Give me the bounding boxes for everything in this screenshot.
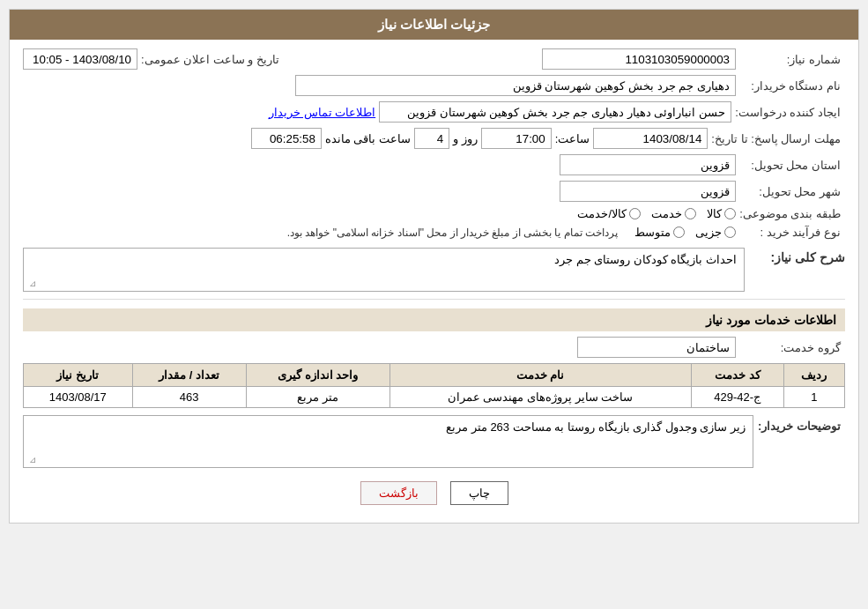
buyer-org-row: نام دستگاه خریدار: <box>23 75 845 96</box>
col-row: ردیف <box>783 364 844 387</box>
page-wrapper: جزئیات اطلاعات نیاز شماره نیاز: تاریخ و … <box>9 9 859 524</box>
pt-jozi-label: جزیی <box>695 226 722 239</box>
deadline-label: مهلت ارسال پاسخ: تا تاریخ: <box>711 132 845 145</box>
pt-jozi: جزیی <box>695 226 736 239</box>
deadline-time-input[interactable] <box>481 128 552 149</box>
buyer-notes-label: توضیحات خریدار: <box>757 420 845 433</box>
creator-row: ایجاد کننده درخواست: اطلاعات تماس خریدار <box>23 101 845 123</box>
remaining-label: ساعت باقی مانده <box>325 132 411 145</box>
buyer-org-label: نام دستگاه خریدار: <box>739 79 845 93</box>
table-row: 1 ج-42-429 ساخت سایر پروژه‌های مهندسی عم… <box>24 387 845 408</box>
creator-label: ایجاد کننده درخواست: <box>735 106 845 119</box>
content-area: شماره نیاز: تاریخ و ساعت اعلان عمومی: نا… <box>10 40 858 523</box>
notes-resize-handle[interactable]: ⊿ <box>26 455 36 465</box>
col-unit: واحد اندازه گیری <box>246 364 389 387</box>
city-label: شهر محل تحویل: <box>739 185 845 198</box>
need-number-input[interactable] <box>542 48 736 70</box>
pt-motavasset-label: متوسط <box>634 226 671 239</box>
col-qty: تعداد / مقدار <box>132 364 246 387</box>
need-number-label: شماره نیاز: <box>739 53 845 66</box>
cell-code: ج-42-429 <box>691 387 783 408</box>
province-label: استان محل تحویل: <box>739 159 845 172</box>
col-code: کد خدمت <box>691 364 783 387</box>
category-label: طبقه بندی موضوعی: <box>739 207 845 220</box>
announcement-label: تاریخ و ساعت اعلان عمومی: <box>141 53 284 66</box>
remaining-time-input[interactable] <box>251 128 322 149</box>
purchase-note: پرداخت تمام یا بخشی از مبلغ خریدار از مح… <box>287 227 618 239</box>
general-desc-label: شرح کلی نیاز: <box>748 250 845 264</box>
service-group-label: گروه خدمت: <box>739 341 845 354</box>
contact-link[interactable]: اطلاعات تماس خریدار <box>269 106 375 119</box>
purchase-type-label: نوع فرآیند خرید : <box>739 226 845 239</box>
col-name: نام خدمت <box>389 364 691 387</box>
days-input[interactable] <box>414 128 449 149</box>
footer-buttons: چاپ بازگشت <box>23 481 845 505</box>
services-table: ردیف کد خدمت نام خدمت واحد اندازه گیری ت… <box>23 363 845 408</box>
city-input[interactable] <box>560 181 736 202</box>
category-kala-label: کالا <box>707 207 722 220</box>
days-label: روز و <box>453 132 478 145</box>
general-desc-value: احداث بازیگاه کودکان روستای جم جرد <box>554 253 737 266</box>
cell-qty: 463 <box>132 387 246 408</box>
need-number-row: شماره نیاز: تاریخ و ساعت اعلان عمومی: <box>23 48 845 70</box>
buyer-notes-row: توضیحات خریدار: زیر سازی وجدول گذاری باز… <box>23 415 845 468</box>
cell-row: 1 <box>783 387 844 408</box>
resize-handle[interactable]: ⊿ <box>26 279 36 289</box>
buyer-org-input[interactable] <box>295 75 736 96</box>
cell-unit: متر مربع <box>246 387 389 408</box>
province-row: استان محل تحویل: <box>23 154 845 175</box>
table-body: 1 ج-42-429 ساخت سایر پروژه‌های مهندسی عم… <box>24 387 845 408</box>
category-kala-khedmat-label: کالا/خدمت <box>577 207 627 220</box>
general-desc-row: شرح کلی نیاز: احداث بازیگاه کودکان روستا… <box>23 248 845 292</box>
general-desc-area: احداث بازیگاه کودکان روستای جم جرد ⊿ <box>23 248 745 292</box>
service-group-input[interactable] <box>577 337 736 358</box>
time-label: ساعت: <box>555 132 590 145</box>
announcement-input[interactable] <box>23 48 137 70</box>
cell-date: 1403/08/17 <box>24 387 133 408</box>
pt-motavasset-radio[interactable] <box>673 227 685 238</box>
buyer-notes-value: زیر سازی وجدول گذاری بازیگاه روستا به مس… <box>446 420 746 434</box>
city-row: شهر محل تحویل: <box>23 181 845 202</box>
pt-motavasset: متوسط <box>634 226 685 239</box>
category-kala: کالا <box>707 207 736 220</box>
creator-input[interactable] <box>379 101 731 123</box>
purchase-type-row: نوع فرآیند خرید : جزیی متوسط پرداخت تمام… <box>23 226 845 239</box>
deadline-row: مهلت ارسال پاسخ: تا تاریخ: ساعت: روز و س… <box>23 128 845 149</box>
cell-name: ساخت سایر پروژه‌های مهندسی عمران <box>389 387 691 408</box>
category-khedmat-label: خدمت <box>651 207 682 220</box>
col-date: تاریخ نیاز <box>24 364 133 387</box>
purchase-type-group: جزیی متوسط <box>634 226 736 239</box>
print-button[interactable]: چاپ <box>450 481 508 505</box>
buyer-notes-box: زیر سازی وجدول گذاری بازیگاه روستا به مس… <box>23 415 753 468</box>
services-section-title: اطلاعات خدمات مورد نیاز <box>23 308 845 331</box>
back-button[interactable]: بازگشت <box>360 481 437 505</box>
table-header: ردیف کد خدمت نام خدمت واحد اندازه گیری ت… <box>24 364 845 387</box>
category-khedmat-radio[interactable] <box>685 208 696 219</box>
category-kala-radio[interactable] <box>724 208 736 219</box>
page-title: جزئیات اطلاعات نیاز <box>10 10 858 40</box>
province-input[interactable] <box>560 154 736 175</box>
category-kala-khedmat: کالا/خدمت <box>577 207 641 220</box>
deadline-date-input[interactable] <box>593 128 708 149</box>
category-radio-group: کالا خدمت کالا/خدمت <box>577 207 736 220</box>
pt-jozi-radio[interactable] <box>724 227 736 238</box>
category-khedmat: خدمت <box>651 207 696 220</box>
category-kala-khedmat-radio[interactable] <box>629 208 641 219</box>
category-row: طبقه بندی موضوعی: کالا خدمت کالا/خدمت <box>23 207 845 220</box>
service-group-row: گروه خدمت: <box>23 337 845 358</box>
